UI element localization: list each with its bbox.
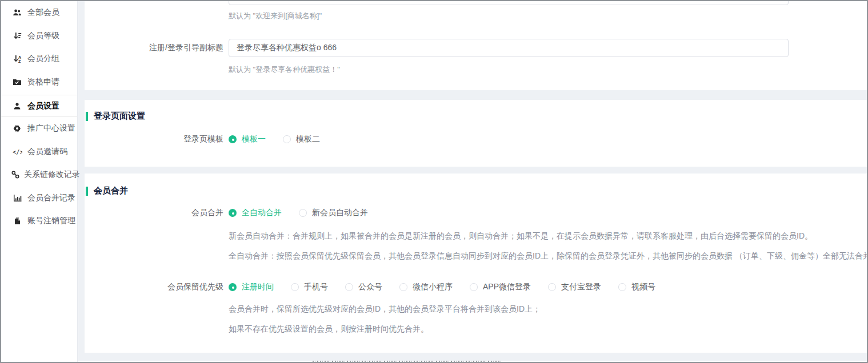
users-icon — [11, 9, 23, 17]
priority-desc-fallback: 如果不存在优先级设置的会员，则按注册时间优先合并。 — [229, 324, 867, 334]
radio-option-template-2[interactable]: 模板二 — [283, 134, 320, 144]
gear-icon — [11, 124, 23, 132]
sidebar-item-label: 关系链修改记录 — [24, 170, 80, 180]
radio-option-label: 手机号 — [304, 282, 328, 292]
bar-chart-icon — [11, 194, 23, 202]
radio-option-template-1[interactable]: 模板一 — [229, 134, 266, 144]
subtitle-input-value: 登录尽享各种优惠权益o 666 — [237, 43, 337, 53]
radio-option-label: APP微信登录 — [483, 282, 531, 292]
subtitle-input[interactable]: 登录尽享各种优惠权益o 666 — [229, 39, 789, 57]
radio-option-label: 新会员自动合并 — [312, 208, 368, 218]
sidebar-item-label: 会员设置 — [27, 101, 59, 111]
section-accent-bar-icon — [86, 187, 88, 196]
radio-option-label: 模板二 — [296, 134, 320, 144]
sidebar-item-merge-records[interactable]: 会员合并记录 — [1, 187, 77, 210]
sidebar-menu: 全部会员会员等级AZ会员分组资格申请会员设置推广中心设置</>会员邀请码关系链修… — [1, 1, 77, 233]
guide-settings-card: 默认为 "欢迎来到[商城名称]" 注册/登录引导副标题 登录尽享各种优惠权益o … — [85, 1, 867, 90]
welcome-title-input[interactable] — [229, 1, 789, 5]
login-page-settings-card: 登录页面设置 登录页模板 模板一模板二 — [85, 100, 867, 167]
footer-text-cutoff — [313, 361, 501, 362]
sidebar-item-label: 账号注销管理 — [27, 216, 75, 226]
sidebar-item-member-levels[interactable]: 会员等级 — [1, 25, 77, 48]
sidebar-item-member-groups[interactable]: AZ会员分组 — [1, 47, 77, 71]
radio-option-video-account[interactable]: 视频号 — [618, 282, 655, 292]
section-accent-bar-icon — [86, 112, 88, 121]
priority-radio-group: 注册时间手机号公众号微信小程序APP微信登录支付宝登录视频号 — [229, 282, 673, 292]
radio-option-label: 视频号 — [631, 282, 655, 292]
radio-selected-icon — [229, 135, 237, 143]
sidebar-item-label: 会员邀请码 — [27, 147, 67, 157]
radio-option-label: 公众号 — [358, 282, 382, 292]
sidebar-item-label: 会员等级 — [27, 31, 59, 41]
radio-option-official-account[interactable]: 公众号 — [345, 282, 382, 292]
footer-gap — [78, 353, 867, 362]
login-template-radio-group: 模板一模板二 — [229, 134, 337, 144]
radio-unselected-icon — [283, 135, 291, 143]
radio-option-label: 注册时间 — [242, 282, 274, 292]
section-header: 会员合并 — [86, 185, 867, 196]
radio-selected-icon — [229, 209, 237, 217]
sidebar-item-label: 会员合并记录 — [27, 193, 75, 203]
radio-unselected-icon — [299, 209, 307, 217]
radio-unselected-icon — [399, 283, 407, 291]
merge-mode-label: 会员合并 — [85, 208, 229, 218]
radio-option-label: 微信小程序 — [413, 282, 453, 292]
sidebar-item-invite-code[interactable]: </>会员邀请码 — [1, 140, 77, 164]
radio-option-register-time[interactable]: 注册时间 — [229, 282, 274, 292]
welcome-default-hint: 默认为 "欢迎来到[商城名称]" — [229, 11, 867, 21]
sidebar-item-label: 会员分组 — [27, 54, 59, 64]
radio-unselected-icon — [618, 283, 626, 291]
radio-unselected-icon — [291, 283, 299, 291]
sidebar-item-qualification[interactable]: 资格申请 — [1, 71, 77, 94]
member-merge-card: 会员合并 会员合并 全自动合并新会员自动合并 新会员自动合并：合并规则上，如果被… — [85, 174, 867, 353]
radio-unselected-icon — [345, 283, 353, 291]
main-content: 默认为 "欢迎来到[商城名称]" 注册/登录引导副标题 登录尽享各种优惠权益o … — [78, 1, 867, 362]
radio-selected-icon — [229, 283, 237, 291]
sort-numeric-icon — [11, 32, 23, 40]
radio-unselected-icon — [470, 283, 478, 291]
radio-option-label: 全自动合并 — [242, 208, 282, 218]
merge-mode-radio-group: 全自动合并新会员自动合并 — [229, 208, 385, 218]
user-icon — [11, 102, 23, 110]
app-window: 全部会员会员等级AZ会员分组资格申请会员设置推广中心设置</>会员邀请码关系链修… — [0, 0, 868, 363]
radio-option-full-auto-merge[interactable]: 全自动合并 — [229, 208, 282, 218]
sidebar-item-all-members[interactable]: 全部会员 — [1, 1, 77, 25]
sidebar: 全部会员会员等级AZ会员分组资格申请会员设置推广中心设置</>会员邀请码关系链修… — [1, 1, 78, 362]
section-title: 会员合并 — [94, 185, 128, 196]
radio-unselected-icon — [548, 283, 556, 291]
section-header: 登录页面设置 — [86, 111, 867, 122]
radio-option-app-wechat-login[interactable]: APP微信登录 — [470, 282, 531, 292]
sidebar-item-relation-log[interactable]: 关系链修改记录 — [1, 163, 77, 187]
link-icon — [11, 171, 19, 179]
merge-desc-full-auto: 全自动合并：按照会员保留优先级保留会员，其他会员登录信息自动同步到对应的会员ID… — [229, 251, 867, 261]
radio-option-label: 支付宝登录 — [561, 282, 601, 292]
folder-check-icon — [11, 78, 23, 86]
sidebar-item-label: 全部会员 — [27, 7, 59, 18]
sidebar-item-promotion-center[interactable]: 推广中心设置 — [1, 117, 77, 140]
radio-option-wechat-miniapp[interactable]: 微信小程序 — [399, 282, 453, 292]
file-copy-icon — [11, 217, 23, 225]
svg-text:</>: </> — [13, 148, 22, 155]
login-template-label: 登录页模板 — [85, 134, 229, 144]
radio-option-phone-number[interactable]: 手机号 — [291, 282, 328, 292]
merge-desc-new-member: 新会员自动合并：合并规则上，如果被合并的会员是新注册的会员，则自动合并；如果不是… — [229, 231, 867, 241]
sidebar-item-label: 资格申请 — [27, 77, 59, 87]
radio-option-new-member-auto-merge[interactable]: 新会员自动合并 — [299, 208, 368, 218]
sidebar-item-label: 推广中心设置 — [27, 123, 75, 134]
priority-label: 会员保留优先级 — [85, 282, 229, 292]
subtitle-default-hint: 默认为 "登录尽享各种优惠权益！" — [229, 64, 867, 75]
section-title: 登录页面设置 — [94, 111, 145, 122]
sidebar-item-member-settings[interactable]: 会员设置 — [1, 95, 77, 117]
code-icon: </> — [11, 148, 23, 155]
svg-text:A: A — [18, 55, 21, 59]
radio-option-alipay-login[interactable]: 支付宝登录 — [548, 282, 601, 292]
radio-option-label: 模板一 — [242, 134, 266, 144]
svg-text:Z: Z — [18, 59, 21, 63]
priority-desc-keep: 会员合并时，保留所选优先级对应的会员ID，其他的会员登录平台将合并到该会员ID上… — [229, 304, 867, 314]
footer-cutoff-strip — [78, 361, 867, 362]
subtitle-label: 注册/登录引导副标题 — [85, 43, 229, 53]
sidebar-item-account-closure[interactable]: 账号注销管理 — [1, 209, 77, 233]
sort-alpha-icon: AZ — [11, 55, 23, 63]
